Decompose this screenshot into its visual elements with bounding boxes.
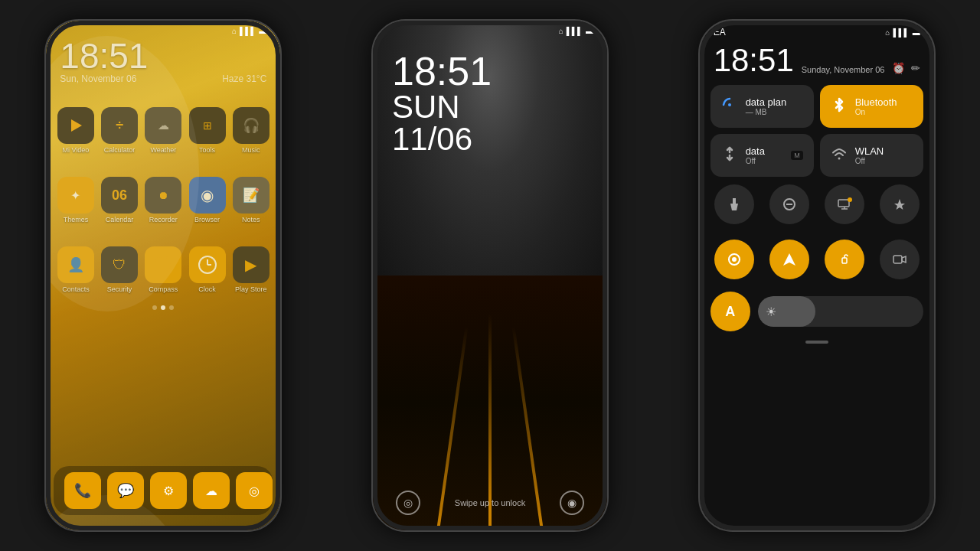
brightness-row: A ☀ (700, 287, 934, 336)
weather-icon: ☁ (145, 107, 181, 144)
svg-rect-10 (733, 198, 736, 204)
status-icons-3: ⌂ ▌▌▌ ▬ (885, 28, 920, 37)
data-tile-icon (721, 145, 738, 166)
bt-icon: ⌂ (559, 27, 564, 35)
browser-icon: ◉ (189, 177, 226, 214)
app-browser[interactable]: ◉ Browser (188, 177, 226, 223)
bt-tile-name: Bluetooth (855, 96, 897, 108)
bt-tile-icon (831, 96, 848, 117)
tools-icon: ⊞ (189, 107, 226, 144)
dock-messages[interactable]: 💬 (107, 472, 144, 509)
wlan-icon (831, 145, 848, 166)
dock-extra[interactable]: ◎ (236, 472, 273, 509)
bt-tile-text: Bluetooth On (855, 96, 897, 116)
battery-icon: ▬ (259, 27, 266, 35)
phone-lock: ⌂ ▌▌▌ ▬ 18:51 SUN 11/06 ◎ Swipe up to un… (371, 19, 609, 532)
themes-label: Themes (64, 216, 89, 223)
app-tools[interactable]: ⊞ Tools (188, 107, 226, 154)
status-icons-2: ⌂ ▌▌▌ ▬ (559, 27, 593, 35)
browser-label: Browser (194, 216, 220, 223)
app-recorder[interactable]: ⏺ Recorder (145, 177, 182, 223)
lock-clock: 18:51 SUN 11/06 (392, 51, 492, 155)
phone-icon: 📞 (64, 472, 101, 509)
wlan-sub: Off (855, 157, 884, 165)
contacts-label: Contacts (62, 285, 90, 293)
clock-label: Clock (198, 285, 216, 293)
dot-3 (169, 305, 174, 310)
app-calculator[interactable]: ÷ Calculator (101, 107, 139, 154)
phone-home: ⌂ ▌▌▌ ▬ 18:51 Sun, November 06 Haze 31°C… (44, 19, 282, 532)
data-plan-sub: — MB (746, 108, 787, 116)
data-tile-name: data (746, 145, 765, 157)
mivideo-icon (57, 107, 94, 144)
location-btn[interactable] (714, 240, 754, 279)
svg-point-18 (732, 257, 737, 262)
compass-label: Compass (149, 285, 178, 293)
app-mivideo[interactable]: Mi Video (57, 107, 94, 154)
calc-icon: ÷ (101, 107, 138, 144)
recorder-label: Recorder (149, 216, 178, 223)
music-icon: 🎧 (233, 107, 270, 144)
app-clock[interactable]: Clock (188, 246, 226, 293)
data-plan-name: data plan (746, 96, 787, 108)
app-grid-row2: ✦ Themes 06 Calendar ⏺ Recorder ◉ (46, 169, 280, 231)
signal-icon-3: ▌▌▌ (893, 28, 909, 37)
wlan-text: WLAN Off (855, 145, 884, 165)
tile-data-plan[interactable]: data plan — MB (710, 85, 814, 128)
svg-marker-24 (783, 253, 795, 266)
lock-time: 18:51 (392, 51, 492, 91)
data-tile-text: data Off (746, 145, 765, 165)
messages-icon: 💬 (107, 472, 144, 509)
svg-rect-26 (893, 256, 902, 263)
app-security[interactable]: 🛡 Security (101, 246, 139, 293)
news-icon: ☁ (193, 472, 230, 509)
clock-icon (189, 246, 226, 283)
app-weather[interactable]: ☁ Weather (145, 107, 182, 154)
battery-icon-2: ▬ (586, 27, 593, 35)
lock-screen: ⌂ ▌▌▌ ▬ 18:51 SUN 11/06 ◎ Swipe up to un… (373, 21, 607, 530)
status-bar-1: ⌂ ▌▌▌ ▬ (46, 21, 280, 38)
control-tiles: data plan — MB Bluetooth On (700, 85, 934, 177)
airplane-btn[interactable] (880, 184, 920, 224)
app-contacts[interactable]: 👤 Contacts (57, 246, 94, 293)
dnd-btn[interactable] (769, 184, 809, 224)
lock-rotation-btn[interactable] (825, 240, 864, 279)
svg-point-6 (728, 103, 731, 106)
fingerprint-shortcut[interactable]: ◉ (560, 491, 584, 515)
screencast-btn[interactable] (825, 184, 864, 224)
svg-rect-14 (838, 200, 849, 207)
dock-settings[interactable]: ⚙ (150, 472, 187, 509)
dock-news[interactable]: ☁ (193, 472, 230, 509)
notes-label: Notes (242, 216, 260, 223)
app-themes[interactable]: ✦ Themes (57, 177, 94, 223)
brightness-slider[interactable]: ☀ (758, 296, 923, 327)
recorder-icon: ⏺ (145, 177, 181, 214)
tile-data[interactable]: data Off M (710, 134, 814, 177)
app-grid-row3: 👤 Contacts 🛡 Security Compass (46, 239, 280, 301)
app-notes[interactable]: 📝 Notes (232, 177, 270, 223)
app-music[interactable]: 🎧 Music (232, 107, 270, 154)
bt-tile-sub: On (855, 108, 897, 116)
auto-btn[interactable]: A (710, 292, 750, 331)
home-indicator (805, 341, 828, 344)
alarm-icon: ⏰ (892, 62, 905, 74)
flashlight-btn[interactable] (714, 184, 754, 224)
compass-icon (145, 246, 181, 283)
battery-icon-3: ▬ (913, 28, 920, 37)
lock-bottom: ◎ Swipe up to unlock ◉ (373, 491, 607, 515)
video-btn[interactable] (880, 240, 920, 279)
playstore-label: Play Store (235, 285, 267, 293)
dock-phone[interactable]: 📞 (64, 472, 101, 509)
app-playstore[interactable]: ▶ Play Store (232, 246, 270, 293)
svg-rect-25 (842, 258, 847, 263)
tile-wlan[interactable]: WLAN Off (820, 134, 923, 177)
bluetooth-icon: ⌂ (232, 27, 237, 35)
security-label: Security (107, 285, 132, 293)
control-header-icons: ⏰ ✏ (892, 62, 920, 79)
camera-shortcut[interactable]: ◎ (396, 491, 420, 515)
app-calendar[interactable]: 06 Calendar (101, 177, 139, 223)
extra-icon: ◎ (236, 472, 273, 509)
app-compass[interactable]: Compass (145, 246, 182, 293)
tile-bluetooth[interactable]: Bluetooth On (820, 85, 923, 128)
navigation-btn[interactable] (769, 240, 809, 279)
